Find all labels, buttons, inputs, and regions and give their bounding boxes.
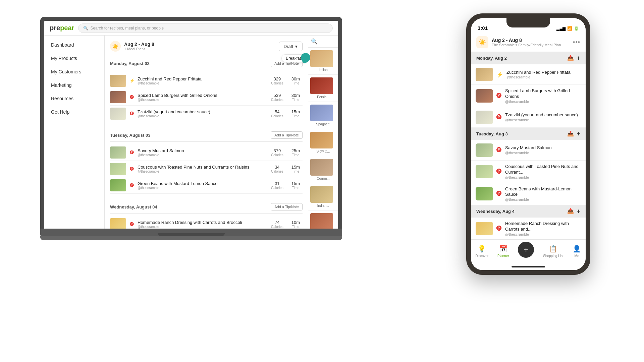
- sidebar-item-dashboard[interactable]: Dashboard: [44, 38, 104, 52]
- phone-plan-info: Aug 2 - Aug 8 The Scramble's Family-Frie…: [492, 38, 570, 47]
- phone-recipe-info: Zucchini and Red Pepper Frittata @thescr…: [506, 70, 581, 79]
- nav-item-me[interactable]: 👤 Me: [573, 244, 581, 258]
- category-thumb: [310, 186, 333, 203]
- phone-recipe-info: Homemade Ranch Dressing with Carrots and…: [505, 221, 581, 236]
- phone-time: 3:01: [478, 25, 488, 31]
- recipe-thumb: [110, 218, 126, 229]
- phone-recipe-item[interactable]: 🅟 Couscous with Toasted Pine Nuts and Cu…: [471, 161, 586, 183]
- nav-label-planner: Planner: [497, 254, 509, 258]
- add-tip-wednesday[interactable]: Add a Tip/Note: [271, 203, 303, 210]
- phone-recipe-item[interactable]: 🅟 Savory Mustard Salmon @thescramble: [471, 140, 586, 161]
- recipe-thumb: [110, 179, 126, 191]
- recipe-name: Savory Mustard Salmon: [138, 148, 268, 153]
- phone-recipe-item[interactable]: ⚡ Zucchini and Red Pepper Frittata @thes…: [471, 64, 586, 85]
- right-search[interactable]: 🔍: [308, 36, 338, 48]
- phone-recipe-source: @thescramble: [505, 118, 581, 122]
- phone-recipe-item[interactable]: 🅟 Homemade Ranch Dressing with Carrots a…: [471, 218, 586, 239]
- phone-recipe-item[interactable]: 🅟 Tzatziki (yogurt and cucumber sauce) @…: [471, 107, 586, 128]
- phone-recipe-name: Homemade Ranch Dressing with Carrots and…: [505, 221, 581, 232]
- add-recipe-icon[interactable]: +: [577, 130, 580, 137]
- category-item[interactable]: Italian: [308, 48, 338, 75]
- category-label: Spaghetti: [310, 122, 336, 126]
- phone-recipe-dot: 🅟: [496, 226, 502, 232]
- recipe-row: 🅟 Spiced Lamb Burgers with Grilled Onion…: [110, 89, 303, 106]
- category-item[interactable]: Persia...: [308, 75, 338, 102]
- scene: prepear 🔍 Search for recipes, meal plans…: [0, 0, 644, 362]
- category-item[interactable]: Indian...: [308, 183, 338, 210]
- recipe-name: Tzatziki (yogurt and cucumber sauce): [138, 109, 268, 114]
- recipe-source: @thescramble: [138, 170, 268, 173]
- phone-recipe-thumb: [476, 187, 493, 200]
- search-bar[interactable]: 🔍 Search for recipes, meal plans, or peo…: [78, 23, 333, 33]
- phone-bottom-nav: 💡 Discover 📅 Planner + 📋 Shopping List 👤: [471, 239, 586, 263]
- recipe-info: Spiced Lamb Burgers with Grilled Onions …: [138, 93, 268, 102]
- recipe-row: 🅟 Savory Mustard Salmon @thescramble 379…: [110, 144, 303, 161]
- category-item[interactable]: Slow C...: [308, 129, 338, 156]
- phone-recipe-thumb: [476, 143, 493, 157]
- add-recipe-icon[interactable]: +: [577, 208, 580, 215]
- recipe-dot: 🅟: [129, 111, 134, 116]
- recipe-dot: 🅟: [129, 167, 134, 171]
- nav-item-discover[interactable]: 💡 Discover: [475, 244, 488, 258]
- phone-recipe-source: @thescramble: [505, 232, 581, 236]
- sidebar-item-products[interactable]: My Products: [44, 52, 104, 65]
- share-icon[interactable]: 📤: [567, 130, 574, 137]
- share-icon[interactable]: 📤: [567, 208, 574, 215]
- phone-recipe-dot: 🅟: [496, 191, 502, 197]
- nav-add-button[interactable]: +: [518, 242, 534, 258]
- share-icon[interactable]: 📤: [567, 55, 574, 62]
- sidebar-item-customers[interactable]: My Customers: [44, 65, 104, 78]
- add-tip-tuesday[interactable]: Add a Tip/Note: [271, 131, 303, 139]
- nav-item-shopping[interactable]: 📋 Shopping List: [543, 244, 564, 258]
- category-label: Cornm...: [310, 177, 336, 180]
- phone-recipe-thumb: [476, 165, 493, 178]
- recipe-info: Homemade Ranch Dressing with Carrots and…: [138, 220, 268, 229]
- category-thumb: [310, 213, 333, 229]
- sidebar-item-help[interactable]: Get Help: [44, 105, 104, 119]
- category-thumb: [310, 132, 333, 148]
- phone-recipe-source: @thescramble: [505, 175, 581, 179]
- shopping-icon: 📋: [549, 244, 557, 253]
- day-header-monday: Monday, August 02 Add a Tip/Note: [110, 57, 303, 70]
- category-label: Italian: [310, 68, 336, 72]
- phone-recipe-item[interactable]: 🅟 Spiced Lamb Burgers with Grilled Onion…: [471, 85, 586, 107]
- category-item[interactable]: Cornm...: [308, 156, 338, 183]
- phone-status-icons: ▂▄▆ 📶 🔋: [556, 26, 579, 31]
- recipe-source: @thescramble: [138, 98, 268, 102]
- phone-day-label-tuesday: Tuesday, Aug 3: [476, 131, 508, 136]
- category-item[interactable]: Spaghetti: [308, 102, 338, 129]
- laptop-body: Dashboard My Products My Customers Marke…: [44, 36, 338, 229]
- phone-more-button[interactable]: •••: [573, 39, 580, 46]
- sidebar-item-marketing[interactable]: Marketing: [44, 78, 104, 92]
- recipe-info: Green Beans with Mustard-Lemon Sauce @th…: [138, 181, 268, 190]
- laptop-topbar: prepear 🔍 Search for recipes, meal plans…: [44, 21, 338, 36]
- meal-plan-icon: ☀️: [110, 41, 121, 52]
- phone-recipe-item[interactable]: 🅟 Green Beans with Mustard-Lemon Sauce @…: [471, 183, 586, 205]
- phone-day-icons: 📤 +: [567, 130, 580, 137]
- phone-day-monday: Monday, Aug 2 📤 +: [471, 52, 586, 64]
- category-label: Persia...: [310, 95, 336, 99]
- phone-recipe-name: Zucchini and Red Pepper Frittata: [506, 70, 581, 75]
- day-section-tuesday: Tuesday, August 03 Add a Tip/Note 🅟 Savo…: [110, 129, 303, 194]
- nav-item-planner[interactable]: 📅 Planner: [497, 244, 509, 258]
- nav-label-discover: Discover: [475, 254, 488, 258]
- recipe-stats: 54Calories 15mTime: [271, 109, 300, 118]
- nav-label-me: Me: [575, 254, 579, 258]
- laptop-stand: [40, 236, 342, 240]
- draft-button[interactable]: Draft ▾: [279, 42, 303, 51]
- recipe-name: Green Beans with Mustard-Lemon Sauce: [138, 181, 268, 186]
- phone-plan-row: ☀️ Aug 2 - Aug 8 The Scramble's Family-F…: [476, 36, 580, 48]
- sidebar-item-resources[interactable]: Resources: [44, 92, 104, 105]
- recipe-name: Homemade Ranch Dressing with Carrots and…: [138, 220, 268, 225]
- recipe-dot: 🅟: [129, 183, 134, 188]
- recipe-stats: 34Calories 15mTime: [271, 165, 300, 173]
- category-item[interactable]: Rich a...: [308, 210, 338, 229]
- laptop-frame: prepear 🔍 Search for recipes, meal plans…: [40, 17, 342, 229]
- phone-recipe-info: Savory Mustard Salmon @thescramble: [505, 145, 581, 155]
- add-recipe-icon[interactable]: +: [577, 55, 580, 62]
- phone-plan-sub: The Scramble's Family-Friendly Meal Plan: [492, 43, 570, 47]
- phone-recipe-info: Couscous with Toasted Pine Nuts and Curr…: [505, 164, 581, 179]
- sidebar: Dashboard My Products My Customers Marke…: [44, 36, 105, 229]
- recipe-name: Zucchini and Red Pepper Frittata: [138, 76, 268, 81]
- recipe-thumb: [110, 91, 126, 103]
